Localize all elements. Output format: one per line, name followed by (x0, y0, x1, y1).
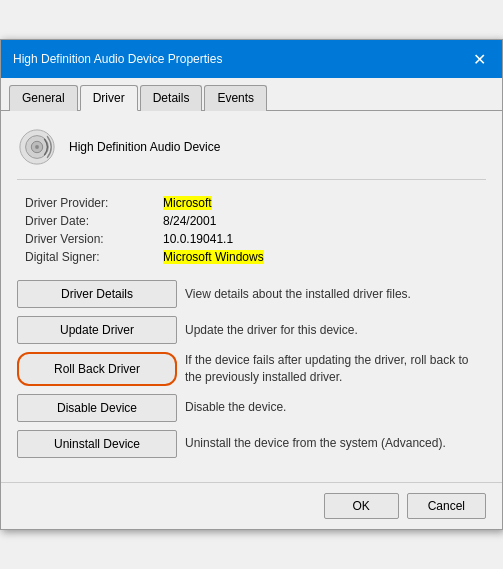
uninstall-device-desc: Uninstall the device from the system (Ad… (185, 430, 486, 458)
tab-bar: General Driver Details Events (1, 78, 502, 111)
driver-details-button[interactable]: Driver Details (17, 280, 177, 308)
date-label: Driver Date: (25, 214, 155, 228)
device-icon (17, 127, 57, 167)
provider-value-text: Microsoft (163, 196, 212, 210)
update-driver-button[interactable]: Update Driver (17, 316, 177, 344)
tab-driver[interactable]: Driver (80, 85, 138, 111)
roll-back-driver-button[interactable]: Roll Back Driver (17, 352, 177, 386)
update-driver-desc: Update the driver for this device. (185, 316, 486, 344)
disable-device-desc: Disable the device. (185, 394, 486, 422)
signer-value: Microsoft Windows (163, 250, 486, 264)
tab-details[interactable]: Details (140, 85, 203, 111)
tab-content: High Definition Audio Device Driver Prov… (1, 111, 502, 474)
uninstall-device-button[interactable]: Uninstall Device (17, 430, 177, 458)
tab-general[interactable]: General (9, 85, 78, 111)
version-value: 10.0.19041.1 (163, 232, 486, 246)
device-name: High Definition Audio Device (69, 140, 220, 154)
close-button[interactable]: ✕ (468, 48, 490, 70)
cancel-button[interactable]: Cancel (407, 493, 486, 519)
actions-grid: Driver Details View details about the in… (17, 280, 486, 458)
dialog-window: High Definition Audio Device Properties … (0, 39, 503, 530)
dialog-title: High Definition Audio Device Properties (13, 52, 222, 66)
disable-device-button[interactable]: Disable Device (17, 394, 177, 422)
svg-point-3 (35, 145, 39, 149)
provider-value: Microsoft (163, 196, 486, 210)
signer-label: Digital Signer: (25, 250, 155, 264)
title-bar: High Definition Audio Device Properties … (1, 40, 502, 78)
dialog-footer: OK Cancel (1, 482, 502, 529)
driver-info-grid: Driver Provider: Microsoft Driver Date: … (17, 196, 486, 264)
ok-button[interactable]: OK (324, 493, 399, 519)
device-header: High Definition Audio Device (17, 127, 486, 180)
date-value: 8/24/2001 (163, 214, 486, 228)
driver-details-desc: View details about the installed driver … (185, 280, 486, 308)
provider-label: Driver Provider: (25, 196, 155, 210)
version-label: Driver Version: (25, 232, 155, 246)
tab-events[interactable]: Events (204, 85, 267, 111)
roll-back-driver-desc: If the device fails after updating the d… (185, 352, 486, 386)
signer-value-text: Microsoft Windows (163, 250, 264, 264)
